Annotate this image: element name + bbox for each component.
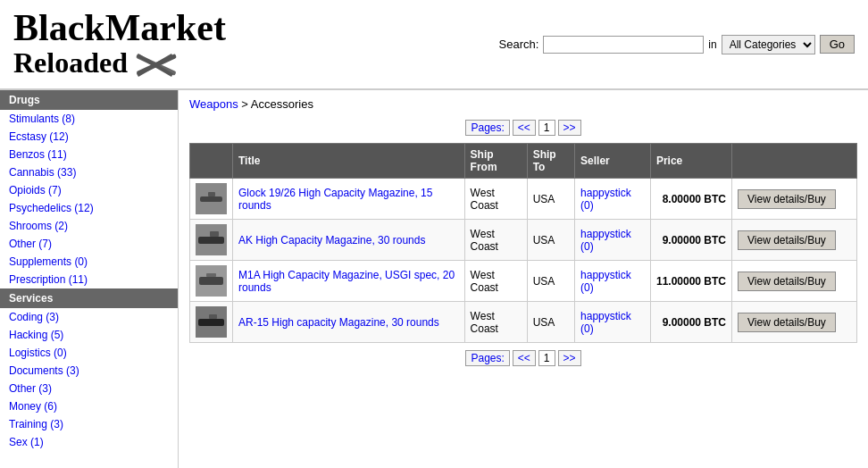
sidebar-item-documents[interactable]: Documents (3) xyxy=(0,362,178,380)
item-thumbnail xyxy=(196,265,227,297)
sidebar-item-training[interactable]: Training (3) xyxy=(0,415,178,433)
svg-rect-13 xyxy=(209,314,217,319)
pagination-bottom: Pages: << 1 >> xyxy=(189,350,857,366)
pages-label: Pages: xyxy=(465,120,509,136)
svg-rect-10 xyxy=(206,273,216,277)
view-buy-button[interactable]: View details/Buy xyxy=(738,189,836,209)
listings-table: Title Ship From Ship To Seller Price xyxy=(189,143,857,343)
col-seller: Seller xyxy=(575,144,651,179)
site-logo-sub: Reloaded xyxy=(13,46,128,79)
action-cell: View details/Buy xyxy=(732,261,857,302)
listing-title-link[interactable]: Glock 19/26 High Capacity Magazine, 15 r… xyxy=(238,187,432,212)
item-thumb-cell xyxy=(190,261,233,302)
seller-link[interactable]: happystick (0) xyxy=(580,228,631,253)
sidebar-item-logistics[interactable]: Logistics (0) xyxy=(0,344,178,362)
svg-rect-3 xyxy=(200,196,222,202)
main-layout: Drugs Stimulants (8) Ecstasy (12) Benzos… xyxy=(0,90,868,468)
item-thumbnail xyxy=(196,224,227,255)
sidebar-item-other-drugs[interactable]: Other (7) xyxy=(0,235,178,253)
price-cell: 9.00000 BTC xyxy=(650,302,731,343)
svg-rect-1 xyxy=(136,54,177,76)
breadcrumb: Weapons > Accessories xyxy=(189,97,857,111)
sidebar-item-other-services[interactable]: Other (3) xyxy=(0,380,178,397)
seller-cell: happystick (0) xyxy=(575,261,651,302)
item-thumb-cell xyxy=(190,179,233,220)
header: BlackMarket Reloaded Search: in All Cate… xyxy=(0,0,868,90)
svg-rect-7 xyxy=(210,231,219,237)
sidebar-header-services[interactable]: Services xyxy=(0,288,178,308)
site-logo: BlackMarket xyxy=(13,9,226,46)
next-page-bottom[interactable]: >> xyxy=(558,350,581,366)
item-thumbnail xyxy=(196,183,227,214)
item-thumbnail xyxy=(196,306,227,338)
col-action xyxy=(732,144,857,179)
go-button[interactable]: Go xyxy=(820,35,855,54)
crossed-tools-icon xyxy=(135,52,179,79)
svg-rect-12 xyxy=(198,319,224,326)
sidebar-item-opioids[interactable]: Opioids (7) xyxy=(0,181,178,199)
col-title: Title xyxy=(233,144,465,179)
price-cell: 11.00000 BTC xyxy=(650,261,731,302)
seller-cell: happystick (0) xyxy=(575,179,651,220)
action-cell: View details/Buy xyxy=(732,179,857,220)
ship-to-cell: USA xyxy=(527,261,574,302)
sidebar: Drugs Stimulants (8) Ecstasy (12) Benzos… xyxy=(0,90,179,468)
svg-rect-4 xyxy=(208,192,215,196)
sidebar-item-coding[interactable]: Coding (3) xyxy=(0,308,178,326)
seller-cell: happystick (0) xyxy=(575,302,651,343)
item-title-cell: AR-15 High capacity Magazine, 30 rounds xyxy=(233,302,465,343)
seller-link[interactable]: happystick (0) xyxy=(580,310,631,335)
current-page-top: 1 xyxy=(538,120,555,136)
svg-rect-0 xyxy=(136,54,177,76)
price-cell: 9.00000 BTC xyxy=(650,220,731,261)
view-buy-button[interactable]: View details/Buy xyxy=(738,272,836,291)
svg-rect-9 xyxy=(199,277,223,285)
sidebar-item-cannabis[interactable]: Cannabis (33) xyxy=(0,163,178,181)
category-select[interactable]: All Categories Drugs Services Weapons xyxy=(722,35,815,54)
search-input[interactable] xyxy=(543,36,704,54)
search-in-label: in xyxy=(708,38,716,51)
table-row: AR-15 High capacity Magazine, 30 rounds … xyxy=(190,302,857,343)
breadcrumb-accessories: Accessories xyxy=(251,97,313,111)
logo-container: BlackMarket Reloaded xyxy=(13,9,226,79)
sidebar-item-stimulants[interactable]: Stimulants (8) xyxy=(0,110,178,128)
sidebar-item-ecstasy[interactable]: Ecstasy (12) xyxy=(0,128,178,146)
seller-link[interactable]: happystick (0) xyxy=(580,187,631,212)
view-buy-button[interactable]: View details/Buy xyxy=(738,230,836,250)
sidebar-item-money[interactable]: Money (6) xyxy=(0,397,178,415)
sidebar-item-supplements[interactable]: Supplements (0) xyxy=(0,253,178,271)
table-row: AK High Capacity Magazine, 30 rounds Wes… xyxy=(190,220,857,261)
seller-link[interactable]: happystick (0) xyxy=(580,269,631,294)
breadcrumb-weapons[interactable]: Weapons xyxy=(189,97,238,111)
sidebar-item-prescription[interactable]: Prescription (11) xyxy=(0,271,178,288)
prev-page-top[interactable]: << xyxy=(513,120,536,136)
listing-title-link[interactable]: M1A High Capacity Magazine, USGI spec, 2… xyxy=(238,269,455,294)
view-buy-button[interactable]: View details/Buy xyxy=(738,313,836,332)
listing-title-link[interactable]: AK High Capacity Magazine, 30 rounds xyxy=(238,234,425,247)
sidebar-item-hacking[interactable]: Hacking (5) xyxy=(0,326,178,344)
sidebar-item-sex[interactable]: Sex (1) xyxy=(0,433,178,451)
ship-from-cell: West Coast xyxy=(464,220,527,261)
col-price: Price xyxy=(650,144,731,179)
sidebar-item-psychedelics[interactable]: Psychedelics (12) xyxy=(0,199,178,217)
action-cell: View details/Buy xyxy=(732,220,857,261)
seller-cell: happystick (0) xyxy=(575,220,651,261)
item-thumb-cell xyxy=(190,220,233,261)
price-cell: 8.00000 BTC xyxy=(650,179,731,220)
ship-to-cell: USA xyxy=(527,220,574,261)
ship-from-cell: West Coast xyxy=(464,179,527,220)
sidebar-item-shrooms[interactable]: Shrooms (2) xyxy=(0,217,178,235)
prev-page-bottom[interactable]: << xyxy=(513,350,536,366)
listing-title-link[interactable]: AR-15 High capacity Magazine, 30 rounds xyxy=(238,316,439,329)
col-thumb xyxy=(190,144,233,179)
sidebar-item-benzos[interactable]: Benzos (11) xyxy=(0,146,178,163)
item-title-cell: Glock 19/26 High Capacity Magazine, 15 r… xyxy=(233,179,465,220)
search-bar: Search: in All Categories Drugs Services… xyxy=(499,35,855,54)
table-row: M1A High Capacity Magazine, USGI spec, 2… xyxy=(190,261,857,302)
item-thumb-cell xyxy=(190,302,233,343)
sidebar-header-drugs[interactable]: Drugs xyxy=(0,90,178,110)
ship-from-cell: West Coast xyxy=(464,261,527,302)
pages-label-bottom: Pages: xyxy=(465,350,509,366)
next-page-top[interactable]: >> xyxy=(558,120,581,136)
current-page-bottom: 1 xyxy=(538,350,555,366)
